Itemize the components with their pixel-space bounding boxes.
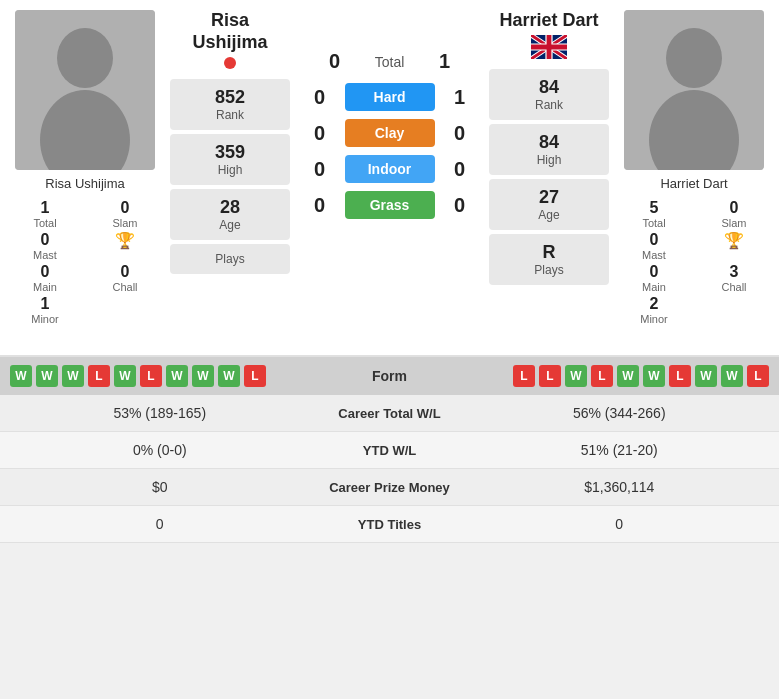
right-player-stats: 5 Total 0 Slam 0 Mast 🏆 0 Main xyxy=(609,199,779,325)
right-minor-value: 2 Minor xyxy=(619,295,689,325)
left-grass-score: 0 xyxy=(305,194,335,217)
right-name-center: Harriet Dart xyxy=(499,10,598,31)
stat-left: 53% (189-165) xyxy=(20,405,300,421)
stat-right: 51% (21-20) xyxy=(480,442,760,458)
stat-right: $1,360,114 xyxy=(480,479,760,495)
svg-point-1 xyxy=(57,28,113,88)
form-badge-right: L xyxy=(747,365,769,387)
right-slam-value: 0 Slam xyxy=(699,199,769,229)
left-age-box: 28 Age xyxy=(170,189,290,240)
left-clay-score: 0 xyxy=(305,122,335,145)
clay-row: 0 Clay 0 xyxy=(300,119,479,147)
right-high-box: 84 High xyxy=(489,124,609,175)
total-row: 0 Total 1 xyxy=(300,50,479,73)
stat-row: $0Career Prize Money$1,360,114 xyxy=(0,469,779,506)
form-badge-left: L xyxy=(244,365,266,387)
form-badge-right: W xyxy=(721,365,743,387)
right-grass-score: 0 xyxy=(445,194,475,217)
left-player-photo xyxy=(15,10,155,170)
left-minor-value: 1 Minor xyxy=(10,295,80,325)
clay-button: Clay xyxy=(345,119,435,147)
right-clay-score: 0 xyxy=(445,122,475,145)
left-high-box: 359 High xyxy=(170,134,290,185)
form-badge-left: L xyxy=(88,365,110,387)
left-indoor-score: 0 xyxy=(305,158,335,181)
bottom-section: WWWLWLWWWL Form LLWLWWLWWL 53% (189-165)… xyxy=(0,355,779,543)
svg-point-5 xyxy=(666,28,722,88)
right-mast-value: 0 Mast xyxy=(619,231,689,261)
left-name-center: Risa Ushijima xyxy=(192,10,267,53)
form-row: WWWLWLWWWL Form LLWLWWLWWL xyxy=(0,357,779,395)
form-badge-right: W xyxy=(565,365,587,387)
stat-label: YTD Titles xyxy=(300,517,480,532)
stat-row: 53% (189-165)Career Total W/L56% (344-26… xyxy=(0,395,779,432)
right-player-name: Harriet Dart xyxy=(660,176,727,191)
stat-right: 0 xyxy=(480,516,760,532)
match-col: 0 Total 1 0 Hard 1 0 Clay 0 0 Indoor 0 xyxy=(290,10,489,325)
indoor-row: 0 Indoor 0 xyxy=(300,155,479,183)
left-main-value: 0 Main xyxy=(10,263,80,293)
grass-button: Grass xyxy=(345,191,435,219)
left-mast-value: 0 Mast xyxy=(10,231,80,261)
right-main-value: 0 Main xyxy=(619,263,689,293)
right-flag xyxy=(531,35,567,59)
left-total-score: 0 xyxy=(320,50,350,73)
form-badge-left: W xyxy=(114,365,136,387)
left-total-value: 1 Total xyxy=(10,199,80,229)
stat-left: $0 xyxy=(20,479,300,495)
right-total-value: 5 Total xyxy=(619,199,689,229)
right-hard-score: 1 xyxy=(445,86,475,109)
form-badge-right: L xyxy=(513,365,535,387)
right-plays-box: R Plays xyxy=(489,234,609,285)
stat-row: 0% (0-0)YTD W/L51% (21-20) xyxy=(0,432,779,469)
left-center-stats: Risa Ushijima 852 Rank 359 High 28 Age P… xyxy=(170,10,290,325)
right-chall-value: 3 Chall xyxy=(699,263,769,293)
right-indoor-score: 0 xyxy=(445,158,475,181)
form-badge-left: W xyxy=(192,365,214,387)
match-section: Risa Ushijima 1 Total 0 Slam 0 Mast 🏆 xyxy=(0,0,779,335)
form-left: WWWLWLWWWL xyxy=(10,365,340,387)
left-player-name: Risa Ushijima xyxy=(45,176,124,191)
main-container: Risa Ushijima 1 Total 0 Slam 0 Mast 🏆 xyxy=(0,0,779,543)
form-badge-left: W xyxy=(36,365,58,387)
stats-rows: 53% (189-165)Career Total W/L56% (344-26… xyxy=(0,395,779,543)
form-badge-right: L xyxy=(539,365,561,387)
hard-row: 0 Hard 1 xyxy=(300,83,479,111)
form-badge-left: W xyxy=(10,365,32,387)
right-rank-box: 84 Rank xyxy=(489,69,609,120)
stat-left: 0% (0-0) xyxy=(20,442,300,458)
form-badge-left: W xyxy=(166,365,188,387)
left-player-col: Risa Ushijima 1 Total 0 Slam 0 Mast 🏆 xyxy=(0,10,170,325)
form-badge-right: W xyxy=(617,365,639,387)
left-player-stats: 1 Total 0 Slam 0 Mast 🏆 0 Main xyxy=(0,199,170,325)
right-player-col: Harriet Dart 5 Total 0 Slam 0 Mast 🏆 xyxy=(609,10,779,325)
left-flag-dot xyxy=(224,57,236,69)
stat-row: 0YTD Titles0 xyxy=(0,506,779,543)
right-trophy-icon: 🏆 xyxy=(699,231,769,261)
form-badge-left: W xyxy=(62,365,84,387)
form-badge-right: W xyxy=(643,365,665,387)
indoor-button: Indoor xyxy=(345,155,435,183)
grass-row: 0 Grass 0 xyxy=(300,191,479,219)
left-rank-box: 852 Rank xyxy=(170,79,290,130)
form-badge-right: L xyxy=(669,365,691,387)
left-hard-score: 0 xyxy=(305,86,335,109)
form-right: LLWLWWLWWL xyxy=(440,365,770,387)
hard-button: Hard xyxy=(345,83,435,111)
form-badge-left: W xyxy=(218,365,240,387)
left-chall-value: 0 Chall xyxy=(90,263,160,293)
stat-right: 56% (344-266) xyxy=(480,405,760,421)
stat-left: 0 xyxy=(20,516,300,532)
right-player-photo xyxy=(624,10,764,170)
stat-label: Career Total W/L xyxy=(300,406,480,421)
right-center-stats: Harriet Dart 84 Rank 84 High 27 Age xyxy=(489,10,609,325)
left-trophy-icon: 🏆 xyxy=(90,231,160,261)
stat-label: YTD W/L xyxy=(300,443,480,458)
form-badge-right: W xyxy=(695,365,717,387)
form-badge-left: L xyxy=(140,365,162,387)
total-label: Total xyxy=(360,54,420,70)
left-plays-box: Plays xyxy=(170,244,290,274)
stat-label: Career Prize Money xyxy=(300,480,480,495)
form-badge-right: L xyxy=(591,365,613,387)
left-slam-value: 0 Slam xyxy=(90,199,160,229)
